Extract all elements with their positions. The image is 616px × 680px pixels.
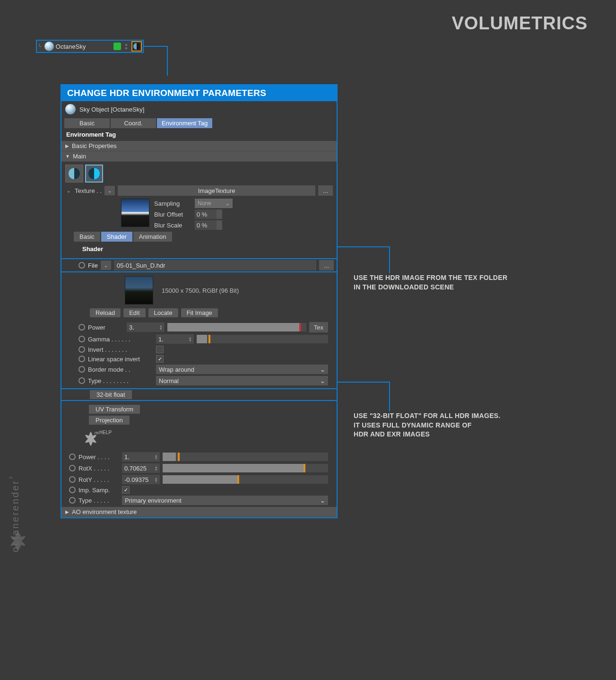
anim-dot-icon[interactable]: [69, 497, 76, 504]
environment-tag-icon[interactable]: [131, 41, 142, 52]
tab-environment[interactable]: Environment Tag: [157, 118, 212, 128]
anim-dot-icon[interactable]: [69, 465, 76, 471]
triangle-right-icon: ▶: [65, 509, 69, 514]
env-type-label: Type . . . . .: [78, 497, 119, 504]
file-label: File: [88, 262, 98, 269]
anim-dot-icon[interactable]: [78, 366, 85, 373]
file-dropdown[interactable]: ⌄: [101, 261, 111, 270]
gamma-slider[interactable]: [197, 335, 328, 343]
texture-subtabs: Basic Shader Animation: [65, 231, 333, 243]
env-type-dropdown[interactable]: Primary environment⌄: [122, 496, 328, 505]
subtab-basic[interactable]: Basic: [74, 232, 100, 242]
roty-input[interactable]: -0.09375▴▾: [122, 475, 160, 484]
roty-slider[interactable]: [163, 475, 328, 484]
env-mode-b-button[interactable]: [85, 165, 103, 183]
attribute-panel: CHANGE HDR ENVIRONMENT PARAMETERS Sky Ob…: [61, 84, 338, 518]
object-name: OctaneSky: [56, 43, 112, 50]
rotx-input[interactable]: 0.70625▴▾: [122, 463, 160, 473]
collapse-main[interactable]: ▼ Main: [61, 151, 337, 162]
anim-dot-icon[interactable]: [69, 487, 76, 493]
float32-highlight: 32-bit float: [61, 388, 338, 401]
env-power-slider[interactable]: [163, 453, 328, 461]
gamma-label: Gamma . . . . . .: [88, 336, 153, 343]
help-icon[interactable]: HELP: [82, 430, 99, 447]
invert-label: Invert . . . . . . .: [88, 346, 153, 353]
rotx-label: RotX . . . . .: [78, 465, 119, 472]
file-path-input[interactable]: 05-01_Sun_D.hdr: [114, 260, 316, 270]
linear-invert-checkbox[interactable]: ✓: [156, 355, 164, 363]
object-header-label: Sky Object [OctaneSky]: [79, 106, 144, 113]
blur-scale-label: Blur Scale: [154, 222, 192, 229]
octane-logo-icon: [7, 530, 29, 552]
shader-power-slider[interactable]: [167, 323, 306, 331]
globe-icon: [65, 104, 76, 114]
annotation-2: USE "32-BIT FLOAT" FOR ALL HDR IMAGES. I…: [354, 411, 501, 439]
tab-coord[interactable]: Coord.: [111, 118, 156, 128]
imp-samp-checkbox[interactable]: ✓: [122, 486, 130, 494]
texture-dropdown[interactable]: ⌄: [104, 186, 115, 195]
object-header: Sky Object [OctaneSky]: [61, 101, 337, 117]
uv-transform-button[interactable]: UV Transform: [89, 405, 140, 414]
render-dots-icon[interactable]: [123, 43, 130, 50]
anim-dot-icon[interactable]: [78, 262, 85, 269]
locate-button[interactable]: Locate: [148, 308, 178, 317]
border-mode-label: Border mode . .: [88, 366, 153, 373]
tab-basic[interactable]: Basic: [64, 118, 110, 128]
tex-button[interactable]: Tex: [309, 322, 328, 332]
file-row-highlight: File ⌄ 05-01_Sun_D.hdr ...: [61, 258, 338, 272]
subtab-shader[interactable]: Shader: [101, 232, 132, 242]
invert-checkbox[interactable]: [156, 346, 164, 353]
visibility-toggle-icon[interactable]: [113, 43, 121, 50]
reload-button[interactable]: Reload: [90, 308, 121, 317]
bit-depth-button[interactable]: 32-bit float: [90, 390, 132, 399]
collapse-basic-properties[interactable]: ▶ Basic Properties: [61, 141, 337, 151]
shader-power-input[interactable]: 3.▴▾: [127, 323, 165, 332]
texture-label: Texture . .: [75, 187, 102, 194]
help-label: HELP: [99, 430, 112, 435]
expand-icon[interactable]: ⌄: [65, 188, 72, 193]
tree-branch-icon: └: [38, 44, 42, 49]
env-mode-a-button[interactable]: [65, 165, 83, 183]
collapse-ao-texture[interactable]: ▶ AO environment texture: [61, 507, 337, 517]
anim-dot-icon[interactable]: [69, 453, 76, 460]
anim-dot-icon[interactable]: [69, 476, 76, 483]
env-power-input[interactable]: 1.▴▾: [122, 452, 160, 462]
panel-title: CHANGE HDR ENVIRONMENT PARAMETERS: [61, 85, 337, 101]
shader-type-dropdown[interactable]: Normal⌄: [156, 376, 328, 385]
gamma-input[interactable]: 1.▴▾: [156, 334, 194, 344]
rotx-slider[interactable]: [163, 464, 328, 472]
main-tabs: Basic Coord. Environment Tag: [61, 117, 337, 128]
image-info: 15000 x 7500, RGBf (96 Bit): [162, 287, 239, 294]
linear-invert-label: Linear space invert: [88, 356, 153, 363]
annotation-1: USE THE HDR IMAGE FROM THE TEX FOLDER IN…: [354, 273, 507, 292]
border-mode-dropdown[interactable]: Wrap around⌄: [156, 365, 328, 374]
sampling-dropdown[interactable]: None⌄: [195, 199, 233, 208]
subtab-animation[interactable]: Animation: [133, 232, 172, 242]
triangle-down-icon: ▼: [65, 154, 70, 159]
blur-offset-input[interactable]: 0 %: [195, 209, 222, 219]
shader-type-label: Type . . . . . . . .: [88, 377, 153, 384]
texture-browse-button[interactable]: ...: [318, 185, 333, 196]
page-title: VOLUMETRICS: [451, 13, 588, 34]
anim-dot-icon[interactable]: [78, 377, 85, 384]
blur-offset-label: Blur Offset: [154, 211, 192, 218]
imp-samp-label: Imp. Samp.: [78, 487, 119, 494]
anim-dot-icon[interactable]: [78, 324, 85, 331]
triangle-right-icon: ▶: [65, 143, 69, 148]
anim-dot-icon[interactable]: [78, 346, 85, 353]
texture-value[interactable]: ImageTexture: [118, 185, 315, 196]
file-browse-button[interactable]: ...: [319, 260, 334, 270]
env-power-label: Power . . . .: [78, 453, 119, 461]
edit-button[interactable]: Edit: [123, 308, 145, 317]
fit-image-button[interactable]: Fit Image: [181, 308, 218, 317]
roty-label: RotY . . . . .: [78, 476, 119, 483]
section-label: Environment Tag: [61, 128, 337, 141]
anim-dot-icon[interactable]: [78, 336, 85, 342]
image-thumbnail[interactable]: [125, 276, 153, 305]
object-row[interactable]: └ OctaneSky: [36, 40, 144, 53]
blur-scale-input[interactable]: 0 %: [195, 220, 222, 230]
sampling-label: Sampling: [154, 200, 192, 207]
anim-dot-icon[interactable]: [78, 356, 85, 362]
projection-button[interactable]: Projection: [89, 416, 130, 425]
texture-thumbnail[interactable]: [121, 199, 149, 227]
